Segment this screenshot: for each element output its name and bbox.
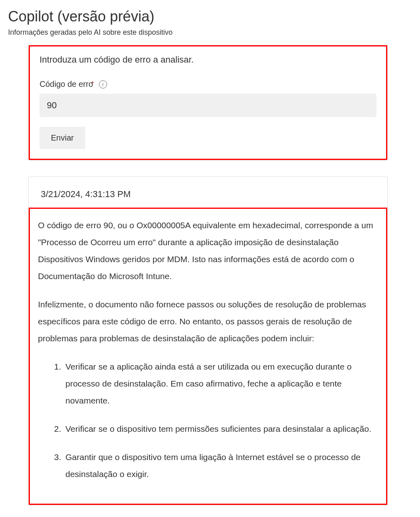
page-subtitle: Informações geradas pelo AI sobre este d… [8, 28, 412, 37]
response-card: 3/21/2024, 4:31:13 PM O código de erro 9… [28, 177, 388, 505]
response-highlight-box: O código de erro 90, ou o Ox00000005A eq… [29, 208, 387, 505]
response-paragraph-2: Infelizmente, o documento não fornece pa… [38, 296, 378, 347]
response-steps-list: 1.Verificar se a aplicação ainda está a … [38, 358, 378, 483]
error-code-input[interactable] [40, 94, 376, 117]
info-icon[interactable]: i [99, 80, 107, 88]
submit-button[interactable]: Enviar [40, 127, 85, 149]
step-text: Verificar se o dispositivo tem permissõe… [65, 424, 372, 433]
step-text: Garantir que o dispositivo tem uma ligaç… [65, 452, 361, 479]
page-title: Copilot (versão prévia) [8, 8, 412, 25]
list-item: 1.Verificar se a aplicação ainda está a … [54, 358, 378, 409]
error-code-label: Código de erro* [40, 80, 94, 89]
field-label-row: Código de erro* i [40, 80, 376, 89]
response-paragraph-1: O código de erro 90, ou o Ox00000005A eq… [38, 217, 378, 285]
input-card: Introduza um código de erro a analisar. … [28, 45, 388, 160]
list-number: 1. [54, 358, 61, 375]
step-text: Verificar se a aplicação ainda está a se… [65, 362, 352, 405]
list-number: 2. [54, 420, 61, 437]
response-timestamp: 3/21/2024, 4:31:13 PM [29, 189, 387, 200]
list-number: 3. [54, 449, 61, 466]
input-highlight-box: Introduza um código de erro a analisar. … [29, 45, 387, 160]
response-body: O código de erro 90, ou o Ox00000005A eq… [38, 217, 378, 483]
input-prompt: Introduza um código de erro a analisar. [40, 55, 376, 65]
list-item: 2.Verificar se o dispositivo tem permiss… [54, 420, 378, 437]
required-indicator: * [91, 80, 94, 87]
error-code-label-text: Código de erro [40, 80, 93, 88]
list-item: 3.Garantir que o dispositivo tem uma lig… [54, 449, 378, 483]
